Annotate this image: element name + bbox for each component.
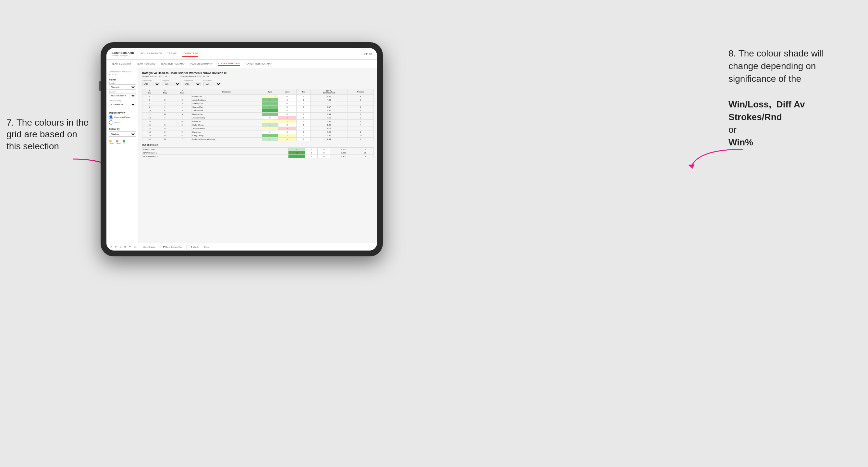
table-row: NCAA Division 2 5 0 0 7.40010	[143, 155, 374, 158]
opponents-filter: Opponents: (All)	[142, 80, 160, 86]
legend-dot-up	[123, 140, 125, 143]
colour-by-dropdown[interactable]: Win/loss	[109, 131, 136, 136]
table-row: 311 Esther Lee 1 0 1 1.504	[143, 95, 374, 98]
sub-nav-team-h2h-heatmap[interactable]: TEAM H2H HEATMAP	[161, 62, 185, 66]
table-row: 914 Sharon Mun 1 0 0 3.673	[143, 105, 374, 109]
opponents-select[interactable]: (All)	[142, 82, 160, 86]
tablet-screen: SCOREBOARD Powered by clippd TOURNAMENTS…	[106, 48, 377, 251]
last-updated-time: 16:55:38	[109, 73, 117, 75]
region-select[interactable]: (All)	[162, 82, 180, 86]
right-panel: Katelyn Vo Head-to-Head Grid for Women's…	[139, 68, 377, 243]
redo-prev-icon[interactable]: ↻	[115, 245, 117, 248]
last-updated: Last Updated: 27/03/2024 16:55:38	[109, 71, 136, 76]
division-record: Division Record: 331 - 34 - 6	[180, 75, 209, 77]
out-of-division-header: Out of division	[142, 144, 374, 146]
sign-out-link[interactable]: Sign out	[364, 53, 372, 55]
sub-navbar: TEAM SUMMARY TEAM H2H GRID TEAM H2H HEAT…	[106, 60, 377, 68]
toolbar-sep-3	[186, 245, 187, 249]
gender-label: Gender	[109, 82, 136, 84]
nav-items: TOURNAMENTS TEAMS COMMITTEE	[141, 51, 364, 57]
sub-nav-player-h2h-grid[interactable]: PLAYER H2H GRID	[218, 62, 240, 66]
table-row: 1585 Stella Cheng 1 0 0 1.254	[143, 123, 374, 127]
redo-icon[interactable]: ↻	[119, 245, 122, 248]
logo-text: SCOREBOARD	[112, 51, 134, 55]
cut-icon[interactable]: ✂	[129, 245, 131, 248]
watch-btn[interactable]: 👁 Watch	[189, 245, 199, 249]
annotation-right-text: 8. The colour shade will change dependin…	[728, 49, 824, 84]
col-diff: Diff AvStrokes/Rnd	[310, 89, 347, 95]
left-panel: Last Updated: 27/03/2024 16:55:38 Player…	[106, 68, 139, 243]
top-100-radio[interactable]: Top 100	[109, 120, 136, 125]
conference-select[interactable]: (All)	[183, 82, 201, 86]
player-section-title: Player	[109, 79, 136, 81]
clock-icon[interactable]: ⏱	[134, 245, 136, 248]
opponent-view-section: Opponent view Opponents Played Top 100	[109, 112, 136, 125]
undo-icon[interactable]: ↺	[110, 245, 112, 248]
tablet-frame: SCOREBOARD Powered by clippd TOURNAMENTS…	[101, 42, 383, 256]
col-div: #Div	[143, 89, 157, 95]
col-opponent: Opponent	[191, 89, 262, 95]
colour-by-title: Colour by	[109, 128, 136, 130]
player-rank-dropdown[interactable]: 8. Katelyn Vo	[109, 102, 136, 107]
annotation-or: or	[728, 125, 737, 135]
annotation-bold-winloss: Win/Loss,	[728, 99, 771, 110]
legend-down: Down	[109, 143, 114, 145]
player-rank-label: Player (Rank)	[109, 100, 136, 101]
region-filter: Region (All)	[162, 80, 180, 86]
nav-right: Sign out	[364, 53, 372, 55]
out-of-division-table: Foreign Team 1 0 0 4.5002 NAIA Division …	[142, 147, 374, 158]
logo-sub: Powered by clippd	[112, 55, 134, 57]
table-row: 20117 Federica Domecq Lacroze 2 1 0 1.33…	[143, 137, 374, 141]
main-content: Last Updated: 27/03/2024 16:55:38 Player…	[106, 68, 377, 243]
filters-row: Opponents: (All) Region (All) Conference…	[142, 80, 374, 86]
save-icon: 💾	[163, 246, 165, 248]
table-row: 11115 Heejo Hyun 1 0 0 3.333	[143, 113, 374, 116]
sub-nav-player-h2h-heatmap[interactable]: PLAYER H2H HEATMAP	[245, 62, 272, 66]
col-loss: Loss	[278, 89, 296, 95]
last-updated-label: Last Updated: 27/03/2024	[109, 71, 131, 73]
eye-icon: 👁	[190, 246, 192, 248]
nav-teams[interactable]: TEAMS	[167, 51, 177, 57]
copy-icon[interactable]: ⧉	[124, 245, 126, 249]
colour-legend: Down Level Up	[109, 140, 136, 145]
table-row: 1311 Jessica Huang 0 1 2 -3.002	[143, 116, 374, 120]
table-row: 1474 Eunice Yi 2 2 0 0.389	[143, 120, 374, 123]
annotation-left-text: 7. The colours in the grid are based on …	[6, 118, 89, 151]
legend-up: Up	[123, 143, 125, 145]
table-row: 633 Sydney Kuo 1 0 0 -1.00	[143, 102, 374, 105]
opponent-filter: Opponent (All)	[204, 80, 221, 86]
grid-records: Overall Record: 353 - 34 - 6 Division Re…	[142, 75, 374, 77]
nav-committee[interactable]: COMMITTEE	[182, 51, 198, 57]
col-tie: Tie	[297, 89, 310, 95]
grid-title: Katelyn Vo Head-to-Head Grid for Women's…	[142, 71, 374, 75]
opponent-select[interactable]: (All)	[204, 82, 221, 86]
legend-level: Level	[116, 143, 120, 145]
sub-nav-team-summary[interactable]: TEAM SUMMARY	[112, 62, 131, 66]
logo-area: SCOREBOARD Powered by clippd	[112, 51, 134, 57]
table-row: 522 Alexis Sudjianto 1 0 0 4.003	[143, 98, 374, 102]
toolbar-sep-1	[139, 245, 139, 249]
h2h-grid-table: #Div #Reg #Conf Opponent Win Loss Tie Di…	[142, 89, 374, 141]
annotation-right: 8. The colour shade will change dependin…	[728, 47, 852, 149]
view-original-btn[interactable]: View: Original	[142, 245, 156, 249]
toolbar-sep-2	[159, 245, 159, 249]
opponents-played-radio[interactable]: Opponents Played	[109, 115, 136, 119]
col-win: Win	[262, 89, 278, 95]
sub-nav-player-summary[interactable]: PLAYER SUMMARY	[190, 62, 213, 66]
nav-tournaments[interactable]: TOURNAMENTS	[141, 51, 162, 57]
app-navbar: SCOREBOARD Powered by clippd TOURNAMENTS…	[106, 48, 377, 60]
overall-record: Overall Record: 353 - 34 - 6	[142, 75, 170, 77]
annotation-left: 7. The colours in the grid are based on …	[6, 117, 91, 152]
gender-dropdown[interactable]: Women's	[109, 84, 136, 90]
table-row: 1822 Euna Lee 0 0 0 -5.002	[143, 130, 374, 134]
save-custom-btn[interactable]: 💾 Save Custom View	[162, 245, 184, 249]
svg-marker-1	[688, 164, 694, 169]
sub-nav-team-h2h-grid[interactable]: TEAM H2H GRID	[136, 62, 156, 66]
opponent-view-title: Opponent view	[109, 112, 136, 114]
table-row: Foreign Team 1 0 0 4.5002	[143, 148, 374, 151]
table-row: 1063 Andrea York 2 0 0 4.004	[143, 109, 374, 113]
col-reg: #Reg	[157, 89, 173, 95]
division-dropdown[interactable]: NCAA Division III	[109, 93, 136, 98]
share-btn[interactable]: Share	[203, 245, 210, 249]
legend-dot-down	[109, 140, 112, 143]
